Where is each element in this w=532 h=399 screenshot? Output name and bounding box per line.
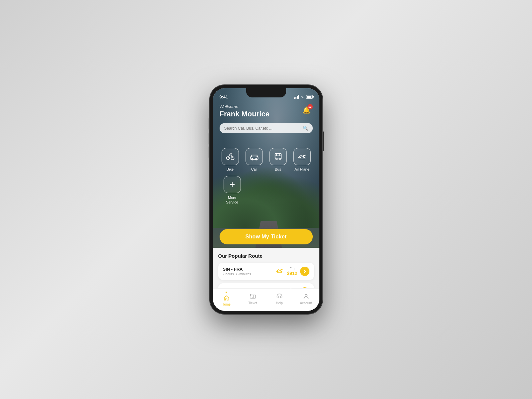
route-card-0[interactable]: SIN - FRA 7 hours 35 minutes From $912 xyxy=(218,263,314,280)
user-greeting: Wellcome Frank Mourice xyxy=(220,104,269,118)
search-icon: 🔍 xyxy=(303,126,308,131)
wifi-icon: ∿ xyxy=(301,95,304,99)
transport-item-bike[interactable]: Bike xyxy=(222,148,239,171)
bus-icon-box xyxy=(269,148,287,165)
status-icons: ∿ xyxy=(294,95,313,99)
phone-screen: 9:41 ∿ Wellcome Frank Mourice xyxy=(213,88,319,311)
ticket-nav-label: Ticket xyxy=(248,301,257,305)
transport-row-main: Bike xyxy=(218,148,314,171)
route-price-0: From $912 xyxy=(287,267,297,276)
route-name-0: SIN - FRA xyxy=(223,267,272,272)
hero-area: 9:41 ∿ Wellcome Frank Mourice xyxy=(213,88,319,248)
route-card-1[interactable]: My Dinh - Ha Giang 3 hours 35 minutes Fr… xyxy=(218,283,314,288)
transport-item-car[interactable]: Car xyxy=(246,148,263,171)
car-icon-box xyxy=(246,148,263,165)
more-service-icon-box xyxy=(224,176,241,193)
welcome-text: Wellcome xyxy=(220,104,269,109)
person-icon xyxy=(303,293,309,300)
transport-item-airplane[interactable]: Air Plane xyxy=(293,148,311,171)
ticket-nav-icon xyxy=(249,293,257,300)
airplane-icon xyxy=(297,152,307,161)
bike-icon xyxy=(226,152,235,161)
bottom-nav: Home Ticket xyxy=(213,288,319,311)
nav-active-indicator xyxy=(226,292,227,293)
status-time: 9:41 xyxy=(220,94,228,99)
help-nav-label: Help xyxy=(276,301,283,305)
ticket-icon xyxy=(250,293,256,300)
bottom-section: Our Popular Route SIN - FRA 7 hours 35 m… xyxy=(213,248,319,288)
search-input[interactable] xyxy=(224,126,300,131)
notch xyxy=(246,88,286,97)
phone-device: 9:41 ∿ Wellcome Frank Mourice xyxy=(210,85,323,314)
more-service-label: MoreService xyxy=(226,195,238,205)
ticket-button-area: Show My Ticket xyxy=(220,229,313,244)
bus-label: Bus xyxy=(275,167,281,171)
route-price-value-0: $912 xyxy=(287,271,297,276)
route-icon-airplane xyxy=(275,267,283,276)
home-icon xyxy=(223,295,230,301)
transport-item-bus[interactable]: Bus xyxy=(269,148,287,171)
notification-button[interactable]: 🔔 12 xyxy=(301,104,313,116)
route-duration-0: 7 hours 35 minutes xyxy=(223,272,272,276)
route-chevron-0[interactable] xyxy=(300,267,309,276)
car-icon xyxy=(250,152,259,161)
account-nav-label: Account xyxy=(300,301,312,305)
header-content: Wellcome Frank Mourice 🔔 12 🔍 xyxy=(213,104,319,133)
popular-route-title: Our Popular Route xyxy=(218,253,314,259)
route-info-0: SIN - FRA 7 hours 35 minutes xyxy=(223,267,272,276)
plus-icon xyxy=(228,181,236,189)
bike-label: Bike xyxy=(227,167,234,171)
car-label: Car xyxy=(251,167,257,171)
welcome-row: Wellcome Frank Mourice 🔔 12 xyxy=(220,104,313,118)
nav-item-home[interactable]: Home xyxy=(213,292,240,306)
svg-point-13 xyxy=(305,294,307,297)
home-nav-label: Home xyxy=(222,303,231,306)
bike-icon-box xyxy=(222,148,239,165)
transport-item-more[interactable]: MoreService xyxy=(224,176,241,205)
battery-icon xyxy=(306,95,313,99)
route-from-label-0: From xyxy=(287,267,297,271)
svg-point-1 xyxy=(231,157,234,160)
headset-icon xyxy=(276,293,283,300)
svg-point-0 xyxy=(226,157,229,160)
route-airplane-icon xyxy=(275,267,283,275)
nav-item-help[interactable]: Help xyxy=(266,293,293,305)
bus-icon xyxy=(273,152,283,161)
chevron-right-icon xyxy=(303,269,307,273)
nav-item-ticket[interactable]: Ticket xyxy=(240,293,266,305)
svg-point-2 xyxy=(231,154,231,154)
airplane-label: Air Plane xyxy=(294,167,309,171)
help-nav-icon xyxy=(276,293,283,300)
transport-grid: Bike xyxy=(213,148,319,209)
more-service-row: MoreService xyxy=(218,176,314,205)
account-nav-icon xyxy=(302,293,310,300)
airplane-icon-box xyxy=(293,148,311,165)
search-bar[interactable]: 🔍 xyxy=(220,123,313,133)
notification-badge: 12 xyxy=(307,104,313,109)
home-nav-icon xyxy=(223,294,230,302)
show-ticket-button[interactable]: Show My Ticket xyxy=(220,229,313,244)
signal-icon xyxy=(294,95,299,99)
nav-item-account[interactable]: Account xyxy=(293,293,319,305)
user-name: Frank Mourice xyxy=(220,110,269,118)
